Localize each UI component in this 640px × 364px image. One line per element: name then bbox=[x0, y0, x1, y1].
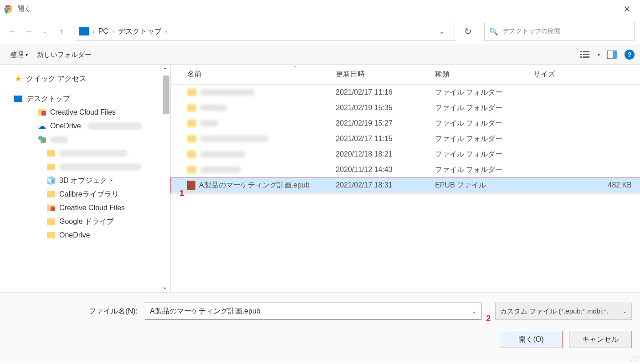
column-headers: 名前 ⌃ 更新日時 種類 サイズ bbox=[171, 65, 640, 85]
filetype-value: カスタム ファイル (*.epub;*.mobi;*. bbox=[500, 307, 609, 316]
column-label: 名前 bbox=[187, 70, 202, 79]
file-row-selected[interactable]: A製品のマーケティング計画.epub2021/02/17 18:31EPUB フ… bbox=[171, 177, 640, 193]
sidebar-item-quick-access[interactable]: ★ クイック アクセス bbox=[14, 72, 170, 86]
file-date: 2020/11/12 14:43 bbox=[330, 166, 430, 174]
open-button[interactable]: 開く(O) bbox=[500, 331, 563, 348]
column-header-kind[interactable]: 種類 bbox=[430, 65, 528, 84]
new-folder-label: 新しいフォルダー bbox=[37, 51, 92, 59]
person-icon bbox=[38, 136, 46, 144]
svg-rect-5 bbox=[583, 54, 589, 55]
blurred-text bbox=[200, 151, 246, 157]
blurred-text bbox=[59, 150, 128, 157]
svg-rect-2 bbox=[580, 54, 582, 55]
sidebar-item-label: Google ドライブ bbox=[59, 217, 114, 227]
file-date: 2021/02/19 15:27 bbox=[330, 119, 430, 127]
sidebar-item-3d-objects[interactable]: 🧊 3D オブジェクト bbox=[14, 174, 170, 187]
scroll-down-icon[interactable]: ⌄ bbox=[162, 283, 168, 290]
file-row[interactable]: 2021/02/19 15:35ファイル フォルダー bbox=[171, 100, 640, 116]
organize-label: 整理 bbox=[10, 51, 24, 59]
address-history-dropdown[interactable]: ⌄ bbox=[433, 22, 451, 40]
sidebar-item-google-drive[interactable]: Google ドライブ bbox=[14, 215, 170, 228]
cancel-button[interactable]: キャンセル bbox=[569, 331, 632, 348]
filename-input[interactable]: A製品のマーケティング計画.epub ⌄ bbox=[145, 303, 481, 320]
sidebar-item-label: OneDrive bbox=[50, 122, 81, 130]
refresh-button[interactable]: ↻ bbox=[458, 22, 478, 40]
sidebar-item-calibre[interactable]: Calibreライブラリ bbox=[14, 187, 170, 201]
epub-file-icon bbox=[187, 181, 195, 190]
new-folder-button[interactable]: 新しいフォルダー bbox=[32, 49, 96, 61]
preview-pane-button[interactable] bbox=[605, 49, 619, 61]
file-row[interactable]: 2020/12/18 18:21ファイル フォルダー bbox=[171, 147, 640, 162]
folder-icon bbox=[187, 120, 196, 127]
file-row[interactable]: 2021/02/17 11:16ファイル フォルダー bbox=[171, 85, 640, 100]
file-date: 2021/02/19 15:35 bbox=[330, 104, 430, 112]
scrollbar-thumb[interactable] bbox=[163, 76, 169, 114]
file-kind: ファイル フォルダー bbox=[430, 134, 528, 144]
folder-icon bbox=[187, 135, 196, 142]
up-button[interactable]: ↑ bbox=[55, 25, 68, 38]
breadcrumb-desktop[interactable]: デスクトップ bbox=[115, 27, 164, 36]
file-kind: ファイル フォルダー bbox=[430, 103, 528, 113]
sidebar-item-onedrive-2[interactable]: OneDrive bbox=[14, 228, 170, 242]
sidebar-item-label: OneDrive bbox=[59, 231, 90, 239]
sidebar-item-label: Creative Cloud Files bbox=[50, 108, 116, 116]
organize-menu[interactable]: 整理 ▾ bbox=[5, 49, 32, 61]
search-input[interactable]: 🔍 デスクトップの検索 bbox=[484, 22, 635, 41]
window-title: 開く bbox=[17, 5, 31, 13]
sidebar-item-creative-cloud-2[interactable]: Creative Cloud Files bbox=[14, 201, 170, 215]
chevron-right-icon: › bbox=[164, 28, 169, 35]
column-label: 種類 bbox=[435, 70, 450, 79]
chevron-down-icon[interactable]: ⌄ bbox=[472, 308, 476, 314]
back-button[interactable]: ← bbox=[5, 25, 19, 38]
chrome-icon bbox=[4, 5, 13, 14]
navigation-tree: ⌃ ⌄ ★ クイック アクセス デスクトップ Creative Cloud Fi… bbox=[0, 65, 171, 292]
svg-rect-3 bbox=[580, 56, 582, 58]
file-size: 482 KB bbox=[528, 181, 640, 189]
sidebar-item-onedrive[interactable]: ☁ OneDrive bbox=[14, 119, 170, 133]
column-header-size[interactable]: サイズ bbox=[528, 65, 640, 84]
sidebar-item-folder[interactable] bbox=[14, 147, 170, 160]
close-icon[interactable]: ✕ bbox=[618, 2, 636, 16]
blurred-text bbox=[200, 89, 255, 96]
column-label: 更新日時 bbox=[336, 70, 365, 79]
scroll-up-icon[interactable]: ⌃ bbox=[162, 66, 168, 74]
file-kind: ファイル フォルダー bbox=[430, 150, 528, 159]
file-row[interactable]: 2021/02/19 15:27ファイル フォルダー bbox=[171, 116, 640, 131]
content-area: ⌃ ⌄ ★ クイック アクセス デスクトップ Creative Cloud Fi… bbox=[0, 65, 640, 292]
breadcrumb-pc[interactable]: PC bbox=[96, 27, 111, 35]
blurred-text bbox=[87, 122, 142, 130]
toolbar: 整理 ▾ 新しいフォルダー ▾ ? bbox=[0, 45, 640, 65]
blurred-text bbox=[50, 136, 68, 143]
sidebar-item-label: クイック アクセス bbox=[26, 74, 87, 84]
svg-rect-6 bbox=[583, 56, 589, 58]
file-row[interactable]: 2021/02/17 11:15ファイル フォルダー bbox=[171, 131, 640, 147]
folder-icon bbox=[47, 205, 55, 211]
recent-dropdown-icon[interactable]: ⌄ bbox=[38, 25, 52, 38]
file-kind: ファイル フォルダー bbox=[430, 119, 528, 128]
column-header-date[interactable]: 更新日時 bbox=[330, 65, 430, 84]
column-header-name[interactable]: 名前 ⌃ bbox=[171, 65, 330, 84]
desktop-icon bbox=[14, 96, 22, 102]
forward-button[interactable]: → bbox=[22, 25, 36, 38]
pc-icon bbox=[79, 27, 89, 35]
help-button[interactable]: ? bbox=[625, 50, 635, 60]
view-mode-button[interactable] bbox=[579, 49, 592, 61]
blurred-text bbox=[59, 163, 141, 171]
sidebar-item-label: Calibreライブラリ bbox=[59, 190, 119, 199]
blurred-text bbox=[200, 167, 241, 173]
address-bar[interactable]: › PC › デスクトップ › ⌄ bbox=[75, 22, 455, 41]
file-row[interactable]: 2020/11/12 14:43ファイル フォルダー bbox=[171, 162, 640, 177]
sidebar-item-desktop[interactable]: デスクトップ bbox=[14, 92, 170, 106]
filetype-select[interactable]: カスタム ファイル (*.epub;*.mobi;*. ⌄ bbox=[495, 303, 632, 320]
title-bar: 開く ✕ bbox=[0, 0, 640, 18]
sidebar-item-folder[interactable] bbox=[14, 160, 170, 174]
chevron-down-icon[interactable]: ▾ bbox=[598, 52, 600, 57]
resize-grip-icon[interactable]: ⋰⋰ bbox=[631, 355, 638, 361]
chevron-right-icon: › bbox=[92, 28, 96, 35]
sidebar-item-user[interactable] bbox=[14, 133, 170, 147]
file-name: A製品のマーケティング計画.epub bbox=[199, 181, 310, 190]
filename-value: A製品のマーケティング計画.epub bbox=[150, 307, 261, 316]
button-label: 開く(O) bbox=[518, 335, 543, 344]
sidebar-item-creative-cloud[interactable]: Creative Cloud Files bbox=[14, 106, 170, 119]
annotation-2: 2 bbox=[486, 314, 491, 324]
